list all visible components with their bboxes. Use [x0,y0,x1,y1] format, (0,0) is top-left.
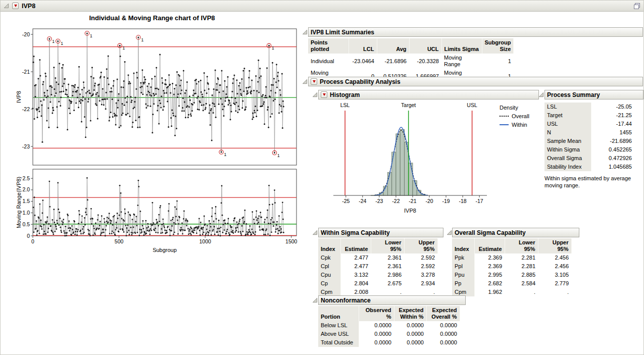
svg-text:2.0: 2.0 [22,186,30,192]
cell: Above USL [318,330,359,338]
cell: 2.675 [371,279,404,288]
table-header-row: Index Estimate Lower 95% Upper 95% [318,238,437,253]
cell: Individual [308,54,349,69]
disclosure-triangle-icon[interactable] [302,79,308,84]
overall-capability-header[interactable]: Overall Sigma Capability [452,228,579,237]
within-capability-title: Within Sigma Capability [321,229,390,236]
summary-label: Sample Mean [544,137,591,145]
svg-text:1: 1 [224,152,227,157]
nonconformance-title: Nonconformance [321,297,371,304]
within-capability-table: Index Estimate Lower 95% Upper 95% Cpk 2… [318,238,438,296]
svg-text:0.5: 0.5 [22,221,30,227]
column-header: Lower 95% [371,238,404,253]
svg-text:1.0: 1.0 [22,210,30,216]
table-row: Sample Mean -21.6896 [544,137,634,145]
disclosure-triangle-icon[interactable] [447,230,452,235]
process-summary-header[interactable]: Process Summary [544,90,643,99]
cell: -21.6896 [377,54,409,69]
disclosure-triangle-icon[interactable] [312,92,318,97]
histogram-bars [371,129,425,195]
disclosure-triangle-icon[interactable] [312,230,318,235]
histogram-header[interactable]: Histogram [318,90,539,99]
red-triangle-menu-icon[interactable] [12,3,19,9]
cell: 0.0000 [394,321,426,330]
cell: 2.682 [474,279,505,288]
imr-control-chart[interactable]: -20-21-22-2300.51.01.52.02.5050010001500… [15,24,300,261]
table-row: Cpl 2.477 2.361 2.592 [318,262,437,271]
summary-label: Target [544,111,591,120]
table-row: Overall Sigma 0.472926 [544,154,634,163]
svg-text:-24: -24 [359,198,366,204]
legend-item-within: Within [500,122,529,128]
cell: 0.0000 [394,330,426,338]
column-header: Portion [318,306,359,321]
summary-label: N [544,128,591,137]
table-row: Below LSL 0.0000 0.0000 0.0000 [318,321,460,330]
within-line-sample-icon [500,124,509,125]
cell: 2.592 [404,262,437,271]
summary-value: 0.452265 [591,145,634,154]
cell: 0.0000 [359,330,394,338]
cell: 2.995 [474,271,505,279]
window-restore-icon[interactable] [633,3,640,10]
svg-text:-17: -17 [476,198,483,204]
svg-text:Target: Target [401,102,416,108]
cell: 2.369 [474,262,505,271]
cell: Ppk [452,253,474,262]
legend-label: Within [512,122,527,128]
table-row: Total Outside 0.0000 0.0000 0.0000 [318,338,460,347]
histogram-title: Histogram [330,91,360,98]
summary-value: -25.05 [591,103,634,111]
column-header: UCL [409,38,441,54]
svg-text:-20: -20 [22,31,30,37]
within-capability-header[interactable]: Within Sigma Capability [318,228,443,237]
svg-text:-20: -20 [425,198,433,204]
overall-capability-title: Overall Sigma Capability [455,229,526,236]
svg-text:500: 500 [115,238,124,244]
svg-text:-23: -23 [22,143,30,149]
svg-text:1: 1 [277,153,280,158]
cell: 0.0000 [426,321,460,330]
limit-summaries-header[interactable]: IVP8 Limit Summaries [308,27,643,37]
table-row: Cp 2.804 2.675 2.934 [318,279,437,288]
svg-text:2.5: 2.5 [22,175,30,181]
capability-histogram[interactable]: LSLTargetUSL-25-24-23-22-21-20-19-18-17I… [326,102,496,218]
titlebar: IVP8 [1,1,643,12]
table-row: Cpu 3.132 2.986 3.278 [318,271,437,279]
svg-text:-21: -21 [409,198,416,204]
column-header: Limits Sigma [441,38,482,54]
table-row: Ppk 2.369 2.281 2.456 [452,253,571,262]
cell: 2.281 [505,253,538,262]
x-axis-label: Subgroup [153,247,177,253]
table-row: Cpk 2.477 2.361 2.592 [318,253,437,262]
svg-text:1.5: 1.5 [22,198,30,204]
disclosure-triangle-icon[interactable] [4,3,9,9]
disclosure-triangle-icon[interactable] [302,29,308,35]
cell: 2.584 [505,279,538,288]
summary-label: Stability Index [544,163,591,171]
red-triangle-menu-icon[interactable] [321,91,327,98]
svg-text:-19: -19 [442,198,450,204]
within-sigma-note: Within sigma estimated by average moving… [544,175,644,189]
summary-label: USL [544,120,591,128]
cell: 0.0000 [426,338,460,347]
nonconformance-header[interactable]: Nonconformance [318,295,466,305]
summary-label: Within Sigma [544,145,591,154]
cell: . [538,288,571,296]
cell: Below LSL [318,321,359,330]
cell: Cpk [318,253,340,262]
svg-text:1: 1 [90,33,92,38]
summary-value: 1.045685 [591,163,634,171]
svg-text:1500: 1500 [285,238,298,244]
process-capability-header[interactable]: Process Capability Analysis [308,77,643,86]
cell: 2.986 [371,271,404,279]
legend-label: Overall [512,113,529,119]
cell: 0.0000 [359,321,394,330]
cell: -20.3328 [409,54,441,69]
cell: 1.962 [474,288,505,296]
svg-text:1: 1 [52,39,55,44]
disclosure-triangle-icon[interactable] [312,297,318,303]
summary-value: -17.44 [591,120,634,128]
disclosure-triangle-icon[interactable] [538,92,544,97]
red-triangle-menu-icon[interactable] [311,78,317,85]
